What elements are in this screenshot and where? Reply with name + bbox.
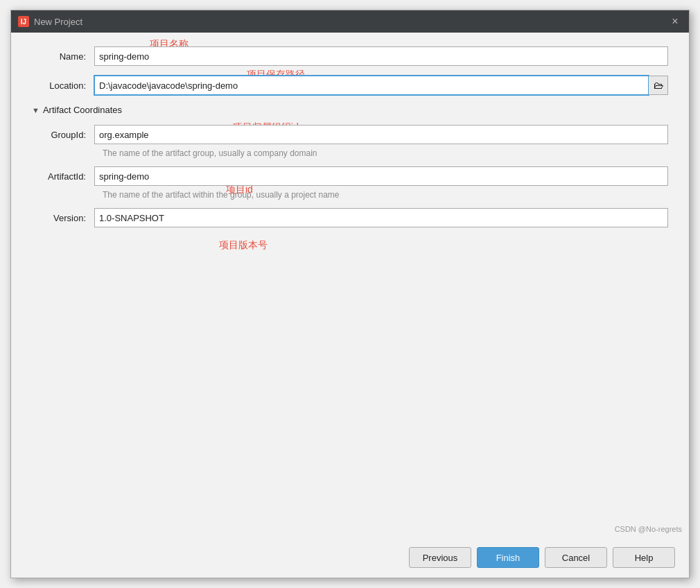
dialog-footer: Previous Finish Cancel Help [11, 537, 689, 578]
version-label: Version: [32, 213, 94, 223]
cancel-button[interactable]: Cancel [545, 547, 607, 568]
collapse-arrow-icon[interactable]: ▼ [32, 106, 40, 114]
version-input[interactable] [94, 208, 668, 227]
artifactid-hint: The name of the artifact within the grou… [103, 190, 668, 200]
annotation-version: 项目版本号 [219, 239, 268, 252]
watermark: CSDN @No-regrets [615, 525, 682, 533]
name-label: Name: [32, 51, 94, 62]
browse-button[interactable]: 🗁 [649, 76, 668, 95]
name-input[interactable] [94, 46, 668, 66]
dialog-body: 项目名称 项目保存路径 项目归属组织id 项目id 项目版本号 Name: Lo… [11, 33, 689, 537]
artifactid-label: ArtifactId: [32, 171, 94, 182]
previous-button[interactable]: Previous [409, 547, 471, 568]
location-label: Location: [32, 80, 94, 91]
new-project-dialog: IJ New Project × 项目名称 项目保存路径 项目归属组织id 项目… [10, 10, 690, 578]
app-icon-label: IJ [21, 18, 26, 26]
artifact-coordinates-section: ▼ Artifact Coordinates [32, 105, 668, 115]
groupid-label: GroupId: [32, 130, 94, 140]
artifactid-row: ArtifactId: [32, 166, 668, 186]
location-input-wrap: 🗁 [94, 76, 668, 95]
title-bar: IJ New Project × [11, 10, 689, 33]
name-row: Name: [32, 46, 668, 66]
location-input[interactable] [94, 76, 649, 95]
groupid-row: GroupId: [32, 125, 668, 144]
finish-button[interactable]: Finish [477, 547, 539, 568]
groupid-hint: The name of the artifact group, usually … [103, 148, 668, 158]
close-button[interactable]: × [668, 15, 682, 28]
app-icon: IJ [18, 16, 29, 27]
dialog-title: New Project [34, 17, 82, 27]
artifactid-input[interactable] [94, 166, 668, 186]
help-button[interactable]: Help [613, 547, 675, 568]
section-title: Artifact Coordinates [43, 105, 122, 115]
title-bar-left: IJ New Project [18, 16, 82, 27]
location-row: Location: 🗁 [32, 76, 668, 95]
version-row: Version: [32, 208, 668, 227]
groupid-input[interactable] [94, 125, 668, 144]
